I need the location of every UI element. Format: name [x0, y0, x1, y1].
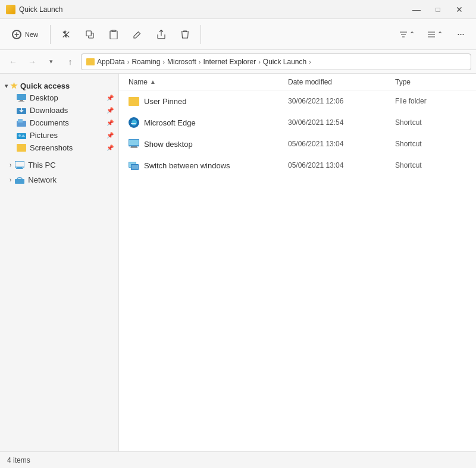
file-name: Show desktop	[144, 140, 193, 149]
cut-button[interactable]	[55, 24, 77, 45]
file-name-cell: Switch between windows	[129, 161, 288, 170]
more-icon: ···	[457, 28, 464, 40]
file-list: User Pinned 30/06/2021 12:06 File folder…	[119, 90, 476, 451]
chevron-right-network: ›	[10, 177, 11, 183]
back-button[interactable]: ←	[5, 54, 21, 70]
item-count: 4 items	[7, 456, 30, 464]
svg-rect-7	[17, 94, 26, 100]
new-button[interactable]: + New	[5, 21, 45, 48]
svg-rect-18	[15, 179, 24, 184]
svg-rect-8	[20, 100, 23, 101]
maximize-button[interactable]: □	[427, 0, 449, 20]
pictures-icon	[17, 131, 26, 139]
svg-rect-23	[130, 147, 138, 148]
table-row[interactable]: Show desktop 05/06/2021 13:04 Shortcut	[119, 133, 476, 155]
desktop-icon	[17, 94, 26, 102]
screenshots-icon	[17, 144, 26, 152]
window-icon	[6, 5, 15, 14]
copy-button[interactable]	[79, 24, 101, 45]
col-header-date[interactable]: Date modified	[288, 78, 395, 86]
sidebar-item-downloads[interactable]: Downloads 📌	[0, 104, 118, 117]
toolbar: + New ⌃ ⌃ ···	[0, 19, 476, 50]
svg-rect-15	[15, 161, 24, 167]
table-row[interactable]: User Pinned 30/06/2021 12:06 File folder	[119, 90, 476, 112]
chevron-down-icon: ▾	[5, 83, 8, 89]
pin-icon-desktop: 📌	[107, 95, 114, 101]
more-button[interactable]: ···	[450, 24, 471, 45]
sep4: ›	[258, 58, 261, 65]
star-icon: ★	[10, 81, 18, 90]
table-row[interactable]: Switch between windows 05/06/2021 13:04 …	[119, 155, 476, 176]
sep2: ›	[162, 58, 165, 65]
svg-rect-28	[131, 165, 138, 169]
view-button[interactable]: ⌃	[422, 24, 447, 45]
pin-icon-pictures: 📌	[107, 132, 114, 139]
sidebar-item-desktop[interactable]: Desktop 📌	[0, 92, 118, 104]
close-button[interactable]: ✕	[449, 0, 470, 20]
this-pc-icon	[15, 161, 24, 169]
network-label: Network	[28, 175, 57, 184]
sidebar-label-documents: Documents	[30, 118, 69, 127]
svg-rect-9	[18, 101, 24, 102]
breadcrumb-part-2: Roaming	[131, 58, 160, 66]
sidebar-label-screenshots: Screenshots	[30, 143, 73, 152]
sidebar: ▾ ★ Quick access Desktop 📌 Downloads 📌 D…	[0, 74, 119, 451]
pin-icon-documents: 📌	[107, 120, 114, 126]
address-bar[interactable]: AppData › Roaming › Microsoft › Internet…	[81, 54, 471, 70]
col-header-name[interactable]: Name ▲	[129, 78, 288, 86]
svg-rect-13	[17, 133, 26, 139]
file-name-cell: User Pinned	[129, 97, 288, 106]
delete-button[interactable]	[174, 24, 196, 45]
sidebar-item-network[interactable]: › Network	[0, 174, 118, 186]
network-icon	[15, 177, 24, 184]
sep5: ›	[309, 58, 311, 65]
file-date: 30/06/2021 12:06	[288, 97, 395, 105]
sidebar-item-screenshots[interactable]: Screenshots 📌	[0, 142, 118, 154]
sidebar-item-pictures[interactable]: Pictures 📌	[0, 129, 118, 142]
col-header-type[interactable]: Type	[395, 78, 466, 86]
toolbar-divider-1	[50, 25, 51, 44]
view-label: ⌃	[437, 30, 443, 38]
share-button[interactable]	[151, 24, 172, 45]
up-button[interactable]: ↑	[62, 54, 79, 70]
edge-icon	[129, 117, 139, 128]
sort-button[interactable]: ⌃	[394, 24, 419, 45]
sort-label: ⌃	[409, 30, 415, 38]
dropdown-button[interactable]: ▾	[43, 54, 60, 70]
pin-icon-screenshots: 📌	[107, 145, 114, 151]
table-row[interactable]: Microsoft Edge 30/06/2021 12:54 Shortcut	[119, 112, 476, 133]
sidebar-label-pictures: Pictures	[30, 131, 58, 140]
minimize-button[interactable]: —	[406, 0, 427, 20]
sep3: ›	[199, 58, 201, 65]
plus-icon: +	[12, 30, 21, 39]
file-name-cell: Microsoft Edge	[129, 117, 288, 128]
file-name: Microsoft Edge	[144, 118, 196, 127]
folder-icon	[129, 97, 139, 106]
svg-rect-17	[16, 168, 23, 169]
file-date: 30/06/2021 12:54	[288, 118, 395, 127]
documents-icon	[17, 119, 26, 127]
rename-button[interactable]	[127, 24, 148, 45]
quick-access-header[interactable]: ▾ ★ Quick access	[0, 78, 118, 92]
breadcrumb-part-1: AppData	[97, 58, 125, 66]
forward-button[interactable]: →	[24, 54, 40, 70]
file-date: 05/06/2021 13:04	[288, 140, 395, 148]
sidebar-item-this-pc[interactable]: › This PC	[0, 159, 118, 171]
svg-rect-22	[131, 146, 137, 147]
sidebar-item-documents[interactable]: Documents 📌	[0, 117, 118, 129]
paste-button[interactable]	[103, 24, 124, 45]
svg-rect-21	[129, 140, 139, 145]
svg-rect-12	[18, 119, 23, 123]
main-layout: ▾ ★ Quick access Desktop 📌 Downloads 📌 D…	[0, 74, 476, 451]
this-pc-label: This PC	[28, 161, 55, 169]
file-type: Shortcut	[395, 118, 466, 127]
file-name: Switch between windows	[144, 161, 230, 170]
breadcrumb-part-5: Quick Launch	[263, 58, 306, 66]
address-folder-icon	[86, 58, 95, 65]
title-bar: Quick Launch — □ ✕	[0, 0, 476, 19]
file-type: Shortcut	[395, 161, 466, 169]
svg-rect-16	[17, 167, 22, 168]
nav-bar: ← → ▾ ↑ AppData › Roaming › Microsoft › …	[0, 50, 476, 74]
switch-windows-icon	[129, 161, 139, 170]
breadcrumb-part-3: Microsoft	[167, 58, 196, 66]
